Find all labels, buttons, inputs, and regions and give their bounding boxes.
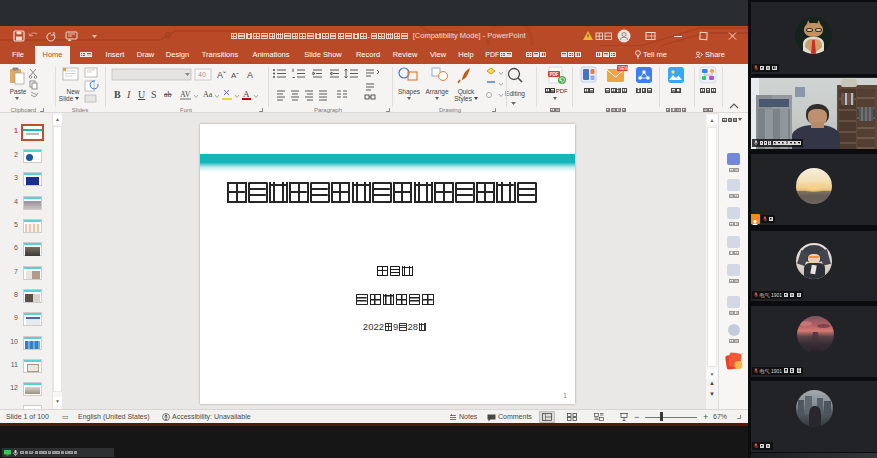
svg-text:A: A bbox=[247, 70, 253, 80]
svg-text:Aˇ: Aˇ bbox=[231, 71, 239, 80]
svg-text:AV: AV bbox=[180, 90, 191, 99]
svg-text:I: I bbox=[126, 89, 131, 100]
svg-text:PDF: PDF bbox=[550, 72, 559, 77]
svg-text:×: × bbox=[741, 351, 743, 356]
svg-text:40: 40 bbox=[198, 71, 206, 78]
svg-text:Aˇ: Aˇ bbox=[217, 70, 226, 80]
svg-text:A: A bbox=[243, 89, 250, 99]
svg-text:Aa: Aa bbox=[203, 90, 213, 99]
svg-text:B: B bbox=[114, 89, 121, 100]
svg-text:S: S bbox=[151, 89, 157, 100]
svg-text:ab: ab bbox=[164, 90, 172, 99]
svg-text:NEW: NEW bbox=[619, 66, 630, 71]
svg-text:U: U bbox=[138, 89, 146, 100]
